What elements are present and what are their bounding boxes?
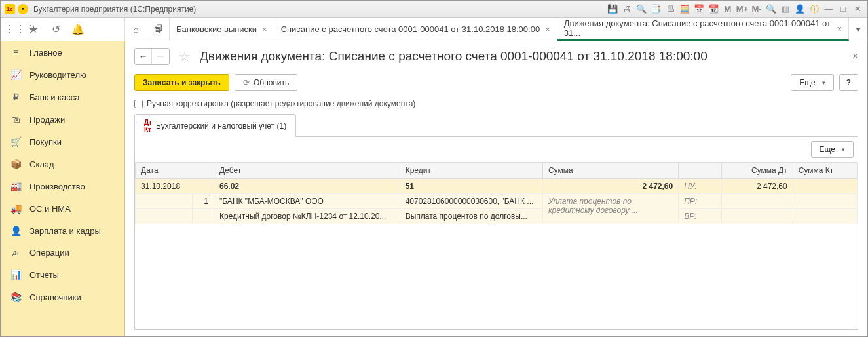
- sidebar-item-reports[interactable]: 📊Отчеты: [1, 264, 124, 286]
- m-plus-button[interactable]: M+: [736, 3, 748, 15]
- close-page-button[interactable]: ×: [852, 50, 858, 62]
- cell-sum-dt: [721, 194, 793, 209]
- m-button[interactable]: M: [722, 3, 734, 15]
- ruble-icon: ₽: [10, 92, 22, 102]
- sidebar-item-production[interactable]: 🏭Производство: [1, 175, 124, 197]
- manual-correction-checkbox[interactable]: [134, 100, 143, 108]
- cell-date: 31.10.2018: [136, 179, 214, 194]
- save-close-button[interactable]: Записать и закрыть: [134, 74, 229, 91]
- close-icon[interactable]: ×: [262, 24, 267, 34]
- more-button[interactable]: Еще: [791, 74, 833, 91]
- table-row[interactable]: Кредитный договор №КЛН-1234 от 12.10.20.…: [136, 209, 858, 224]
- compare-icon[interactable]: 📑: [650, 3, 662, 15]
- menu-icon: ≡: [10, 47, 22, 58]
- sidebar-item-bank[interactable]: ₽Банк и касса: [1, 86, 124, 108]
- bars-icon: 📊: [10, 269, 22, 280]
- sidebar-item-purchases[interactable]: 🛒Покупки: [1, 130, 124, 153]
- cell-credit: 51: [400, 179, 542, 194]
- dtkt-icon: Дт: [10, 250, 22, 256]
- cell-credit: 407028106000000030600, "БАНК ...: [400, 194, 542, 209]
- maximize-button[interactable]: □: [837, 3, 849, 15]
- tab-label: Списание с расчетного счета 0001-000041 …: [281, 24, 540, 34]
- sidebar-item-label: ОС и НМА: [29, 204, 71, 214]
- apps-icon[interactable]: ⋮⋮⋮: [5, 23, 18, 35]
- sidebar-item-assets[interactable]: 🚚ОС и НМА: [1, 197, 124, 220]
- cell-empty: [136, 194, 193, 209]
- tab-movements[interactable]: Движения документа: Списание с расчетног…: [557, 18, 849, 41]
- refresh-icon: ⟳: [243, 78, 250, 87]
- cart-icon: 🛒: [10, 136, 22, 147]
- doclist-tab[interactable]: 🗐: [147, 18, 170, 41]
- sidebar-item-label: Главное: [29, 48, 62, 58]
- tabs-more-button[interactable]: ▾: [849, 18, 867, 41]
- preview-icon[interactable]: 🔍: [635, 3, 647, 15]
- page-title: Движения документа: Списание с расчетног…: [200, 49, 847, 64]
- forward-button[interactable]: →: [152, 49, 169, 64]
- user-icon[interactable]: 👤: [794, 3, 806, 15]
- truck-icon: 🚚: [10, 203, 22, 214]
- cell-pr: ПР:: [679, 194, 721, 209]
- cell-nu: НУ:: [679, 179, 721, 194]
- col-sum: Сумма: [542, 163, 678, 179]
- print2-icon[interactable]: 🖶: [664, 3, 676, 15]
- sidebar-item-main[interactable]: ≡Главное: [1, 41, 124, 64]
- table-row[interactable]: 1 "БАНК "МБА-МОСКВА" ООО 407028106000000…: [136, 194, 858, 209]
- tab-label: Движения документа: Списание с расчетног…: [564, 18, 832, 38]
- cell-credit: Выплата процентов по долговы...: [400, 209, 542, 224]
- info-icon[interactable]: ⓘ: [808, 3, 820, 15]
- tab-bank-statements[interactable]: Банковские выписки ×: [170, 18, 274, 41]
- history-icon[interactable]: ↺: [49, 23, 62, 35]
- sidebar-item-label: Справочники: [29, 292, 81, 302]
- favorite-icon[interactable]: ★: [27, 23, 40, 35]
- accounting-subtab[interactable]: ДтКт Бухгалтерский и налоговый учет (1): [134, 114, 296, 137]
- col-sum-kt: Сумма Кт: [793, 163, 857, 179]
- sidebar-item-label: Продажи: [29, 115, 65, 125]
- help-button[interactable]: ?: [839, 74, 858, 91]
- cell-empty: [193, 209, 214, 224]
- grid-more-button[interactable]: Еще: [811, 141, 854, 158]
- cell-debit: Кредитный договор №КЛН-1234 от 12.10.20.…: [214, 209, 400, 224]
- col-credit: Кредит: [400, 163, 542, 179]
- col-spacer: [679, 163, 721, 179]
- sidebar-item-manager[interactable]: 📈Руководителю: [1, 64, 124, 86]
- sidebar-item-references[interactable]: 📚Справочники: [1, 286, 124, 308]
- cell-vr: ВР:: [679, 209, 721, 224]
- sidebar-item-label: Отчеты: [29, 270, 59, 280]
- cell-debit: "БАНК "МБА-МОСКВА" ООО: [214, 194, 400, 209]
- sidebar-item-sales[interactable]: 🛍Продажи: [1, 108, 124, 130]
- m-minus-button[interactable]: M-: [751, 3, 763, 15]
- sidebar-item-warehouse[interactable]: 📦Склад: [1, 153, 124, 175]
- calendar-icon[interactable]: 📅: [693, 3, 705, 15]
- cell-sum-kt: [793, 194, 857, 209]
- factory-icon: 🏭: [10, 181, 22, 191]
- back-button[interactable]: ←: [135, 49, 152, 64]
- tab-writeoff[interactable]: Списание с расчетного счета 0001-000041 …: [274, 18, 557, 41]
- subtab-label: Бухгалтерский и налоговый учет (1): [156, 121, 286, 130]
- close-icon[interactable]: ×: [545, 24, 550, 34]
- close-icon[interactable]: ×: [837, 24, 842, 33]
- toolbar: Записать и закрыть ⟳Обновить Еще ?: [134, 74, 858, 91]
- table-row[interactable]: 31.10.2018 66.02 51 2 472,60 НУ: 2 472,6…: [136, 179, 858, 194]
- dtkt-small-icon: ДтКт: [144, 119, 152, 133]
- refresh-button[interactable]: ⟳Обновить: [235, 74, 297, 91]
- favorite-toggle-icon[interactable]: ☆: [179, 49, 191, 64]
- sidebar-item-salary[interactable]: 👤Зарплата и кадры: [1, 220, 124, 242]
- print-icon[interactable]: 🖨: [621, 3, 633, 15]
- sidebar-item-label: Банк и касса: [29, 92, 80, 102]
- panels-icon[interactable]: ▥: [780, 3, 791, 15]
- refresh-label: Обновить: [254, 78, 289, 87]
- sidebar-item-operations[interactable]: ДтОперации: [1, 242, 124, 264]
- date-icon[interactable]: 📆: [708, 3, 719, 15]
- calc-icon[interactable]: 🧮: [679, 3, 690, 15]
- close-window-button[interactable]: ✕: [852, 3, 863, 15]
- notifications-icon[interactable]: 🔔: [71, 23, 85, 35]
- user-icon: 👤: [10, 226, 22, 236]
- sidebar-item-label: Склад: [29, 159, 54, 169]
- cell-empty: [136, 209, 193, 224]
- minimize-button[interactable]: —: [823, 3, 835, 15]
- zoom-icon[interactable]: 🔍: [765, 3, 777, 15]
- home-tab[interactable]: ⌂: [125, 18, 147, 41]
- books-icon: 📚: [10, 292, 22, 302]
- app-menu-dropdown[interactable]: ▾: [18, 4, 28, 14]
- save-icon[interactable]: 💾: [607, 3, 618, 15]
